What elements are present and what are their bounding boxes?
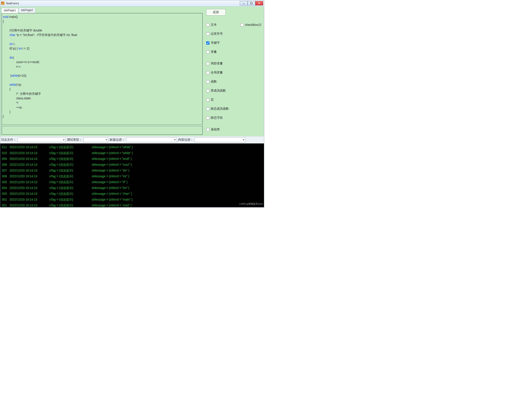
- app-window: TestForm1 tabPage1tabPage2 void main(){ …: [0, 0, 264, 208]
- checkbox-函数[interactable]: 函数: [206, 80, 217, 84]
- titlefilter-combo[interactable]: [126, 137, 177, 142]
- checkbox-变量[interactable]: 变量: [206, 50, 217, 54]
- filter-bar: 日志文件： 调试类型： 标题过虑： 内容过虑：: [0, 136, 264, 143]
- checkbox-checkBox22[interactable]: checkBox22: [240, 23, 261, 27]
- window-title: TestForm1: [6, 2, 19, 5]
- contentfilter-label: 内容过虑：: [178, 138, 193, 142]
- checkbox-局部变量[interactable]: 局部变量: [206, 62, 223, 66]
- upper-panel: tabPage1tabPage2 void main(){ //注释中的关键字 …: [0, 7, 264, 136]
- log-row: 0062022/12/20 19:14:13sTag = (信息提示)sMess…: [1, 173, 134, 179]
- minimize-button[interactable]: [240, 1, 247, 5]
- checkbox-静态字段[interactable]: 静态字段: [206, 116, 223, 120]
- titlefilter-label: 标题过虑：: [110, 138, 125, 142]
- checkbox-类成员函数[interactable]: 类成员函数: [206, 89, 226, 93]
- log-row: 0092022/12/20 19:14:13sTag = (信息提示)sMess…: [1, 156, 134, 162]
- log-row: 0112022/12/20 19:14:13sTag = (信息提示)sMess…: [1, 144, 134, 150]
- contentfilter-combo[interactable]: [195, 137, 246, 142]
- log-row: 0082022/12/20 19:14:13sTag = (信息提示)sMess…: [1, 162, 134, 168]
- checkbox-文本[interactable]: 文本: [206, 23, 217, 27]
- log-row: 0032022/12/20 19:14:13sTag = (信息提示)sMess…: [1, 191, 134, 197]
- tab-tabPage1[interactable]: tabPage1: [1, 8, 18, 13]
- client-area: tabPage1tabPage2 void main(){ //注释中的关键字 …: [0, 7, 264, 207]
- logfile-combo[interactable]: [18, 137, 66, 142]
- tab-strip: tabPage1tabPage2: [1, 8, 203, 13]
- tab-content: void main(){ //注释中的关键字 double char *p = …: [1, 13, 203, 135]
- svg-rect-1: [251, 2, 252, 4]
- close-button[interactable]: [255, 1, 263, 5]
- log-row: 0052022/12/20 19:14:13sTag = (信息提示)sMess…: [1, 179, 134, 185]
- log-row: 0072022/12/20 19:14:13sTag = (信息提示)sMess…: [1, 168, 134, 173]
- left-panel: tabPage1tabPage2 void main(){ //注释中的关键字 …: [1, 8, 203, 135]
- tab-tabPage2[interactable]: tabPage2: [19, 8, 36, 13]
- window-buttons: [240, 1, 263, 5]
- checkbox-宏[interactable]: 宏: [206, 98, 214, 102]
- log-row: 0022022/12/20 19:14:13sTag = (信息提示)sMess…: [1, 197, 134, 202]
- log-console[interactable]: 0112022/12/20 19:14:13sTag = (信息提示)sMess…: [0, 143, 264, 207]
- restore-button[interactable]: 还原: [206, 9, 226, 16]
- right-panel: 还原 文本checkBox22运算符号关键字变量局部变量全局变量函数类成员函数宏…: [205, 8, 263, 135]
- checkbox-基础类[interactable]: 基础类: [206, 128, 220, 132]
- checkbox-关键字[interactable]: 关键字: [206, 41, 220, 45]
- checkbox-全局变量[interactable]: 全局变量: [206, 71, 223, 75]
- watermark: CSDN @碧海蓝天2022: [239, 201, 263, 207]
- debugtype-label: 调试类型：: [67, 138, 82, 142]
- checkbox-运算符号[interactable]: 运算符号: [206, 32, 223, 36]
- code-editor[interactable]: void main(){ //注释中的关键字 double char *p = …: [2, 13, 202, 125]
- checkbox-list: 文本checkBox22运算符号关键字变量局部变量全局变量函数类成员函数宏静态成…: [205, 20, 263, 134]
- log-row: 0012022/12/20 19:14:13sTag = (信息提示)sMess…: [1, 202, 134, 207]
- log-row: 0102022/12/20 19:14:13sTag = (信息提示)sMess…: [1, 150, 134, 156]
- maximize-button[interactable]: [247, 1, 255, 5]
- logfile-label: 日志文件：: [1, 138, 16, 142]
- titlebar[interactable]: TestForm1: [0, 0, 264, 7]
- debugtype-combo[interactable]: [83, 137, 108, 142]
- app-icon: [1, 1, 5, 5]
- output-editor[interactable]: [2, 126, 202, 135]
- log-row: 0042022/12/20 19:14:13sTag = (信息提示)sMess…: [1, 185, 134, 191]
- checkbox-静态成员函数[interactable]: 静态成员函数: [206, 107, 229, 111]
